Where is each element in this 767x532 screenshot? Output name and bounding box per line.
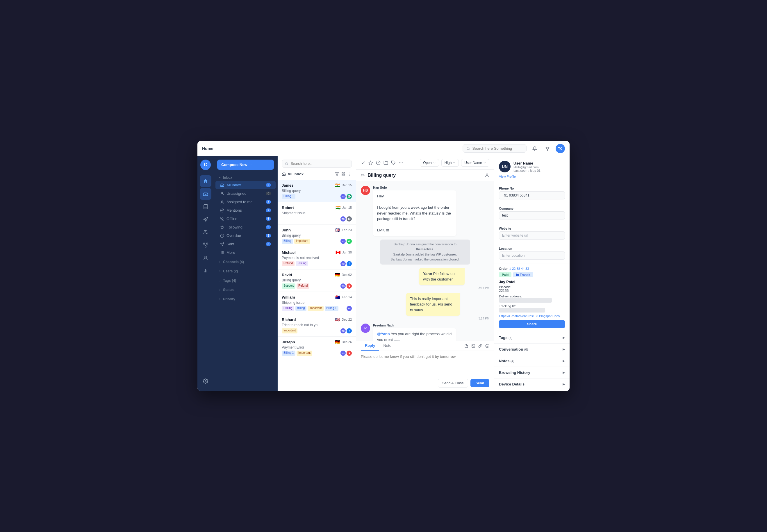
sidebar-item-all-inbox[interactable]: All Inbox 2: [215, 181, 276, 189]
conv-search-input[interactable]: [291, 162, 349, 166]
more-horiz-icon[interactable]: [399, 160, 403, 165]
compose-button[interactable]: Compose New →: [217, 160, 274, 170]
notifications-button[interactable]: [530, 144, 539, 153]
nav-inbox[interactable]: [200, 188, 211, 200]
sidebar-group-users[interactable]: Users (2): [214, 267, 277, 275]
sidebar-item-more[interactable]: More: [215, 248, 276, 257]
clock-icon[interactable]: [376, 160, 381, 165]
accordion-conv-header[interactable]: Conversation (6) ▶: [494, 344, 570, 355]
image-icon[interactable]: [471, 344, 475, 348]
sidebar-item-offline[interactable]: Offline 6: [215, 215, 276, 223]
search-input[interactable]: [472, 146, 523, 151]
nav-book[interactable]: [200, 201, 211, 213]
tag-icon[interactable]: [391, 160, 396, 165]
view-profile-link[interactable]: View Profile: [499, 175, 565, 178]
nav-person[interactable]: [200, 252, 211, 264]
send-button[interactable]: Send: [470, 379, 489, 387]
open-status-button[interactable]: Open: [420, 159, 439, 167]
home-icon: [203, 178, 208, 184]
conv-item-robert[interactable]: Robert 🇮🇳 Jan 15 Shipment issue TC ✉: [278, 202, 356, 225]
network-icon: [203, 242, 208, 248]
svg-rect-3: [204, 243, 205, 244]
conv-item-william[interactable]: William 🇦🇺 Fab 14 Shipping issue Pricing…: [278, 292, 356, 314]
svg-point-11: [222, 192, 223, 194]
svg-rect-4: [206, 243, 208, 244]
link-icon[interactable]: [478, 344, 482, 348]
emoji-icon[interactable]: [485, 344, 489, 348]
nav-settings[interactable]: [200, 375, 211, 387]
reply-input-area: [356, 351, 494, 376]
sidebar-group-priority[interactable]: Priority: [214, 295, 277, 303]
tags-header[interactable]: Tags (4): [214, 276, 277, 285]
filter-icon[interactable]: [335, 172, 339, 176]
website-field-group: Website Enter website url: [494, 223, 570, 243]
users-header[interactable]: Users (2): [214, 267, 277, 275]
accordion-device-header[interactable]: Device Details ▶: [494, 379, 570, 390]
file-icon[interactable]: [464, 344, 468, 348]
phone-value: +91 93834 56341: [499, 191, 565, 199]
inbox-section[interactable]: Inbox: [214, 174, 277, 181]
sidebar-item-following[interactable]: Following 9: [215, 223, 276, 231]
conv-item-richard[interactable]: Richard 🇺🇸 Dec 22 Tried to reach out to …: [278, 314, 356, 337]
wifi-button[interactable]: [543, 144, 552, 153]
nav-network[interactable]: [200, 239, 211, 251]
reply-textarea[interactable]: [361, 354, 489, 372]
reply-tab[interactable]: Reply: [361, 341, 379, 351]
folder-icon[interactable]: [383, 160, 388, 165]
nav-contacts[interactable]: [200, 226, 211, 238]
msg-body-p: Preetam Nath @Yann Yes you are right the…: [373, 324, 456, 341]
conv-item-michael[interactable]: Michael 🇨🇦 Jun 30 Payment is not receive…: [278, 247, 356, 269]
sidebar-item-unassigned[interactable]: Unassigned 0: [215, 189, 276, 198]
sidebar-item-overdue[interactable]: Overdue 3: [215, 231, 276, 240]
order-tags: Paid In Transit: [499, 272, 565, 277]
accordion-browsing-header[interactable]: Browsing History ▶: [494, 367, 570, 378]
global-search[interactable]: [463, 144, 527, 153]
company-field-group: Company test: [494, 203, 570, 223]
star-icon[interactable]: [368, 160, 373, 165]
reply-tabs: Reply Note: [356, 341, 494, 351]
website-value[interactable]: Enter website url: [499, 231, 565, 240]
send-close-button[interactable]: Send & Close: [438, 379, 468, 388]
sidebar-group-channels[interactable]: Channels (4): [214, 258, 277, 266]
priority-header[interactable]: Priority: [214, 295, 277, 303]
grid-icon[interactable]: [341, 172, 345, 176]
assign-user-icon[interactable]: [485, 173, 489, 178]
check-icon[interactable]: [361, 160, 365, 165]
nav-analytics[interactable]: [200, 265, 211, 276]
conv-avatars-david: TC ★: [340, 283, 352, 289]
nav-megaphone[interactable]: [200, 214, 211, 225]
conv-item-joseph[interactable]: Joseph 🇩🇪 Dec 26 Payment Error Billing 1…: [278, 337, 356, 359]
tracking-value-placeholder: [499, 308, 545, 313]
conv-item-james[interactable]: James 🇮🇳 Dec 15 Billing query Billing 1 …: [278, 180, 356, 202]
status-header[interactable]: Status: [214, 286, 277, 294]
sidebar-item-sent[interactable]: Sent 8: [215, 240, 276, 248]
accordion-tags-header[interactable]: Tags (4) ▶: [494, 332, 570, 343]
user-avatar[interactable]: TC: [556, 144, 565, 153]
tracking-link[interactable]: Https://Greatadventures133.Blogspot.Com/: [499, 314, 565, 318]
reply-toolbar-icons: [464, 341, 489, 351]
sidebar-group-tags[interactable]: Tags (4): [214, 276, 277, 285]
note-tab[interactable]: Note: [379, 341, 395, 351]
svg-point-6: [205, 256, 206, 258]
more-icon: [220, 251, 224, 255]
accordion-notes-header[interactable]: Notes (4) ▶: [494, 355, 570, 367]
location-value[interactable]: Enter Location: [499, 251, 565, 260]
conv-search[interactable]: [282, 160, 352, 168]
sidebar-item-mentions[interactable]: Mentions 7: [215, 206, 276, 215]
nav-logo: C: [200, 160, 211, 170]
share-button[interactable]: Share: [499, 320, 565, 328]
nav-home[interactable]: [200, 175, 211, 187]
conv-item-john[interactable]: John 🇬🇧 Feb 23 Billing query Billing Imp…: [278, 225, 356, 247]
channels-header[interactable]: Channels (4): [214, 258, 277, 266]
customer-name: Jay Patel: [499, 280, 565, 284]
assigned-button[interactable]: User Name: [461, 159, 489, 167]
order-id: # 22 88 44 33: [509, 267, 529, 270]
more-vert-icon[interactable]: [348, 172, 352, 176]
top-bar-icons: TC: [530, 144, 565, 153]
conv-item-david[interactable]: David 🇩🇪 Dec 02 Billing query Support Re…: [278, 269, 356, 292]
sidebar-group-status[interactable]: Status: [214, 286, 277, 294]
conv-list-title-row: All Inbox: [282, 171, 352, 177]
priority-button[interactable]: High: [441, 159, 459, 167]
svg-rect-28: [342, 172, 343, 174]
sidebar-item-assigned-to-me[interactable]: Assigned to me 3: [215, 198, 276, 206]
